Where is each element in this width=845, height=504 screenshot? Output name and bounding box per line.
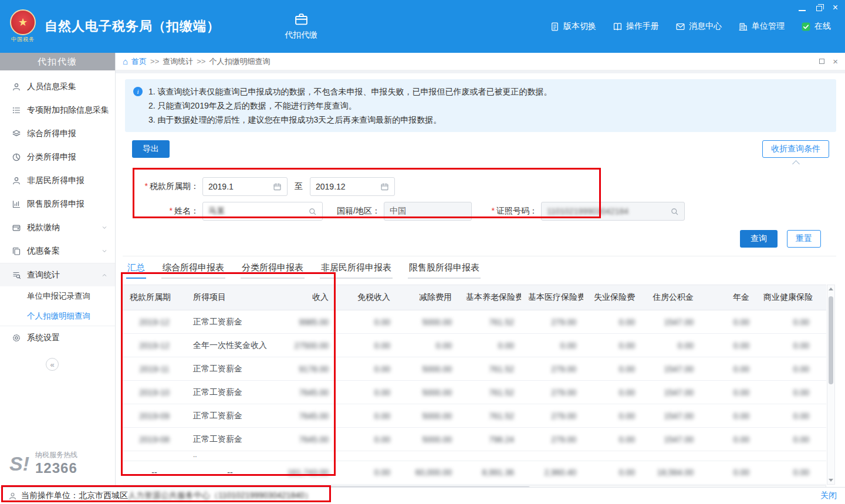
table-cell: 761.52	[459, 310, 521, 334]
sidebar-item[interactable]: 分类所得申报	[0, 146, 115, 169]
name-input[interactable]: 马某	[202, 202, 323, 221]
panel-maximize-icon[interactable]	[819, 59, 824, 64]
breadcrumb-separator: >>	[197, 57, 205, 66]
column-header: 减除费用	[397, 285, 459, 310]
tab-item[interactable]: 限售股所得申报表	[408, 261, 481, 279]
column-header: 所得项目	[186, 285, 274, 310]
chevron-down-icon	[101, 224, 108, 231]
table-row[interactable]: 2019-12全年一次性奖金收入27500.000.000.000.000.00…	[123, 334, 826, 357]
id-number-input[interactable]: 110102199903042184	[541, 202, 685, 221]
header-menu-item[interactable]: 在线	[801, 21, 831, 32]
header-menu-label: 版本切换	[563, 21, 596, 32]
totals-cell: --	[123, 461, 186, 484]
table-cell: 0.00	[336, 310, 397, 334]
header-menu-label: 消息中心	[689, 21, 722, 32]
table-cell	[274, 451, 336, 458]
chart-icon	[12, 199, 21, 209]
table-cell: 9985.00	[274, 310, 336, 334]
totals-table: ----161,743.000.0060,000.008,991.362,960…	[123, 461, 826, 485]
table-row[interactable]: 2019-10正常工资薪金7645.000.005000.00761.52279…	[123, 381, 826, 404]
restore-button[interactable]	[816, 4, 822, 11]
vertical-scrollbar[interactable]	[827, 285, 835, 485]
sidebar-item[interactable]: 税款缴纳	[0, 216, 115, 239]
name-value: 马某	[208, 206, 305, 217]
sidebar-item[interactable]: 系统设置	[0, 326, 115, 350]
tab-item[interactable]: 非居民所得申报表	[320, 261, 393, 279]
minimize-button[interactable]	[799, 5, 806, 11]
close-button[interactable]: ×	[833, 4, 838, 12]
reset-button[interactable]: 重置	[787, 230, 821, 248]
table-cell: 0.00	[701, 428, 756, 451]
table-cell: 0.00	[336, 381, 397, 404]
chevron-up-icon	[101, 272, 108, 279]
home-icon[interactable]: ⌂	[123, 57, 128, 66]
notice-line: 3. 由于数据处理的滞后性，建议您在申报成功3天之后再来查询最新的申报数据。	[148, 113, 552, 127]
info-icon: i	[133, 87, 143, 96]
result-table: 税款所属期所得项目收入免税收入减除费用基本养老保险费基本医疗保险费失业保险费住房…	[123, 285, 826, 458]
tab-item[interactable]: 分类所得申报表	[241, 261, 305, 279]
column-header: 基本养老保险费	[459, 285, 521, 310]
header-menu-item[interactable]: 消息中心	[675, 21, 722, 32]
hotline-label: 纳税服务热线	[35, 450, 77, 460]
calendar-icon	[380, 182, 389, 191]
table-row[interactable]: 2019-08正常工资薪金7645.000.005000.00798.24279…	[123, 428, 826, 451]
header-tab-label: 代扣代缴	[285, 30, 317, 40]
column-header: 年金	[701, 285, 756, 310]
period-start-input[interactable]: 2019.1	[202, 177, 288, 196]
sidebar-item[interactable]: 优惠备案	[0, 239, 115, 263]
table-cell: 2019-08	[123, 428, 186, 451]
search-button[interactable]: 查询	[740, 230, 778, 248]
table-cell: 1547.00	[642, 428, 701, 451]
tab-item[interactable]: 综合所得申报表	[161, 261, 225, 279]
table-row-clipped: ..	[123, 451, 826, 458]
export-button[interactable]: 导出	[132, 140, 170, 158]
sidebar-item[interactable]: 综合所得申报	[0, 122, 115, 146]
scroll-up-icon[interactable]	[829, 287, 833, 290]
sidebar-item[interactable]: 限售股所得申报	[0, 192, 115, 216]
table-cell: 0.00	[583, 381, 642, 404]
search-icon	[670, 207, 679, 216]
tab-withholding[interactable]: 代扣代缴	[285, 12, 317, 40]
region-input[interactable]: 中国	[384, 202, 472, 221]
table-cell: 正常工资薪金	[186, 310, 274, 334]
table-cell: 0.00	[756, 334, 816, 357]
table-row[interactable]: 2019-12正常工资薪金9985.000.005000.00761.52279…	[123, 310, 826, 334]
sidebar-subitem[interactable]: 单位申报记录查询	[0, 286, 115, 306]
table-cell: 5000.00	[397, 404, 459, 428]
table-cell: 0.00	[583, 428, 642, 451]
table-cell	[816, 310, 826, 334]
scroll-down-icon[interactable]	[829, 479, 833, 482]
panel-close-icon[interactable]: ×	[833, 57, 838, 66]
sidebar-subitem[interactable]: 个人扣缴明细查询	[0, 306, 115, 326]
content: i 1. 该查询统计表仅能查询已申报成功的数据，不包含未申报、申报失败，已申报但…	[116, 73, 845, 487]
close-link[interactable]: 关闭	[820, 491, 837, 501]
header-menu-item[interactable]: 操作手册	[613, 21, 659, 32]
table-cell: 0.00	[756, 428, 816, 451]
sidebar-item[interactable]: 人员信息采集	[0, 75, 115, 99]
sidebar-collapse-button[interactable]: «	[46, 358, 59, 371]
table-cell: 761.52	[459, 357, 521, 381]
table-cell: 1547.00	[642, 357, 701, 381]
collapse-query-button[interactable]: 收折查询条件	[762, 140, 829, 158]
period-end-input[interactable]: 2019.12	[310, 177, 395, 196]
table-row[interactable]: 2019-09正常工资薪金7645.000.005000.00761.52279…	[123, 404, 826, 428]
vertical-scroll-thumb[interactable]	[829, 296, 833, 384]
table-cell	[642, 451, 701, 458]
user-icon	[12, 176, 21, 185]
layers-icon	[12, 129, 21, 138]
table-cell	[816, 451, 826, 458]
table-cell: 0.00	[701, 404, 756, 428]
caret-up-icon	[792, 160, 800, 168]
breadcrumb-item[interactable]: 首页	[131, 56, 147, 67]
table-row[interactable]: 2019-11正常工资薪金9178.000.005000.00761.52279…	[123, 357, 826, 381]
result-tabs: 汇总综合所得申报表分类所得申报表非居民所得申报表限售股所得申报表	[126, 261, 836, 279]
table-cell: 5000.00	[397, 381, 459, 404]
sidebar-item[interactable]: 专项附加扣除信息采集	[0, 99, 115, 122]
header-menu-item[interactable]: 版本切换	[550, 21, 596, 32]
column-header: 税款所属期	[123, 285, 186, 310]
sidebar-item[interactable]: 非居民所得申报	[0, 169, 115, 192]
sidebar-item[interactable]: 查询统计	[0, 263, 115, 286]
tab-active[interactable]: 汇总	[126, 261, 146, 279]
sidebar-item-label: 分类所得申报	[27, 152, 76, 163]
header-menu-item[interactable]: 单位管理	[738, 21, 785, 32]
